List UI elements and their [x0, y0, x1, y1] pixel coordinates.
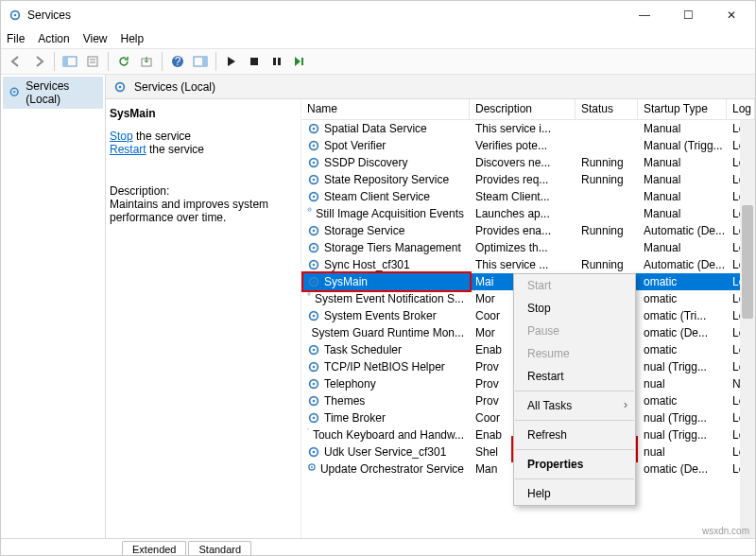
service-icon	[307, 207, 312, 220]
col-name[interactable]: Name	[301, 99, 470, 119]
ctx-restart[interactable]: Restart	[514, 365, 635, 388]
table-row[interactable]: Storage ServiceProvides ena...RunningAut…	[301, 222, 755, 239]
start-service-button[interactable]	[222, 52, 241, 71]
scroll-thumb[interactable]	[742, 205, 753, 319]
minimize-button[interactable]: —	[623, 1, 666, 29]
maximize-button[interactable]: ☐	[666, 1, 710, 29]
svg-point-61	[311, 466, 313, 468]
col-status[interactable]: Status	[576, 99, 638, 119]
table-row[interactable]: Spot VerifierVerifies pote...Manual (Tri…	[301, 137, 755, 154]
app-icon	[9, 9, 22, 22]
tree-root[interactable]: Services (Local)	[3, 77, 103, 109]
context-menu: Start Stop Pause Resume Restart All Task…	[513, 273, 636, 506]
ctx-refresh[interactable]: Refresh	[514, 424, 635, 446]
svg-point-55	[313, 417, 316, 420]
tab-extended[interactable]: Extended	[122, 541, 186, 556]
menu-action[interactable]: Action	[38, 32, 69, 45]
selected-service-name: SysMain	[110, 103, 293, 130]
svg-point-41	[309, 294, 310, 295]
gear-icon	[113, 80, 127, 94]
table-row[interactable]: SSDP DiscoveryDiscovers ne...RunningManu…	[301, 154, 755, 171]
properties-toolbar-button[interactable]	[83, 52, 102, 71]
service-icon	[307, 156, 320, 169]
restart-link[interactable]: Restart	[110, 143, 146, 156]
services-list: Name Description Status Startup Type Log…	[301, 99, 755, 538]
service-icon	[307, 462, 317, 476]
ctx-pause[interactable]: Pause	[514, 320, 635, 342]
tree-pane: Services (Local)	[1, 75, 106, 538]
table-row[interactable]: Steam Client ServiceSteam Client...Manua…	[301, 188, 755, 205]
svg-point-21	[313, 128, 316, 130]
menubar: File Action View Help	[1, 29, 755, 48]
service-icon	[307, 258, 320, 271]
restart-service-button[interactable]	[290, 52, 309, 71]
service-icon	[307, 224, 320, 237]
svg-rect-14	[278, 58, 281, 65]
service-icon	[307, 241, 320, 254]
svg-point-53	[313, 400, 316, 403]
service-icon	[307, 326, 308, 339]
svg-point-29	[313, 196, 316, 199]
menu-help[interactable]: Help	[121, 32, 145, 45]
action-pane-button[interactable]	[191, 52, 210, 71]
svg-rect-3	[63, 57, 68, 66]
ctx-help[interactable]: Help	[514, 482, 635, 505]
svg-point-43	[313, 315, 316, 318]
col-description[interactable]: Description	[470, 99, 576, 119]
stop-service-button[interactable]	[245, 52, 264, 71]
service-icon	[307, 275, 320, 288]
table-row[interactable]: Sync Host_cf301This service ...RunningAu…	[301, 256, 755, 273]
service-icon	[307, 309, 320, 322]
service-icon	[307, 377, 320, 391]
service-icon	[307, 122, 320, 135]
col-logon[interactable]: Log	[727, 99, 755, 119]
description-text: Maintains and improves system performanc…	[110, 198, 293, 224]
table-row[interactable]: Spatial Data ServiceThis service i...Man…	[301, 120, 755, 137]
table-row[interactable]: Still Image Acquisition EventsLaunches a…	[301, 205, 755, 222]
help-button[interactable]: ?	[168, 52, 187, 71]
watermark: wsxdn.com	[702, 526, 749, 536]
service-icon	[307, 139, 320, 152]
table-row[interactable]: State Repository ServiceProvides req...R…	[301, 171, 755, 188]
service-icon	[307, 343, 320, 356]
ctx-stop[interactable]: Stop	[514, 297, 635, 320]
service-icon	[307, 445, 320, 459]
export-button[interactable]	[137, 52, 156, 71]
stop-suffix: the service	[133, 130, 191, 143]
detail-panel: SysMain Stop the service Restart the ser…	[106, 99, 301, 538]
ctx-start[interactable]: Start	[514, 274, 635, 297]
pause-service-button[interactable]	[267, 52, 286, 71]
service-icon	[307, 190, 320, 203]
svg-point-31	[309, 209, 310, 210]
back-button[interactable]	[7, 52, 26, 71]
svg-rect-4	[88, 57, 97, 66]
col-startup[interactable]: Startup Type	[638, 99, 727, 119]
table-row[interactable]: Storage Tiers ManagementOptimizes th...M…	[301, 239, 755, 256]
menu-file[interactable]: File	[7, 32, 25, 45]
show-hide-tree-button[interactable]	[60, 52, 79, 71]
main-area: Services (Local) Services (Local) SysMai…	[1, 75, 755, 538]
toolbar: ?	[1, 48, 755, 75]
svg-text:?: ?	[175, 55, 181, 68]
service-icon	[307, 411, 320, 425]
gear-icon	[9, 86, 20, 99]
svg-point-39	[313, 281, 316, 284]
vertical-scrollbar[interactable]	[740, 120, 755, 538]
ctx-resume[interactable]: Resume	[514, 342, 635, 365]
svg-point-25	[313, 162, 316, 165]
svg-rect-13	[273, 58, 276, 65]
content-header: Services (Local)	[106, 75, 755, 99]
menu-view[interactable]: View	[83, 32, 108, 45]
service-icon	[307, 292, 311, 305]
refresh-button[interactable]	[114, 52, 133, 71]
forward-button[interactable]	[29, 52, 48, 71]
stop-link[interactable]: Stop	[110, 130, 133, 143]
svg-point-51	[313, 383, 316, 386]
tab-standard[interactable]: Standard	[188, 541, 251, 556]
svg-point-47	[313, 349, 316, 352]
close-button[interactable]: ✕	[710, 1, 753, 29]
ctx-all-tasks[interactable]: All Tasks	[514, 394, 635, 417]
ctx-properties[interactable]: Properties	[514, 453, 635, 476]
svg-point-23	[313, 145, 316, 148]
svg-point-33	[313, 230, 316, 233]
